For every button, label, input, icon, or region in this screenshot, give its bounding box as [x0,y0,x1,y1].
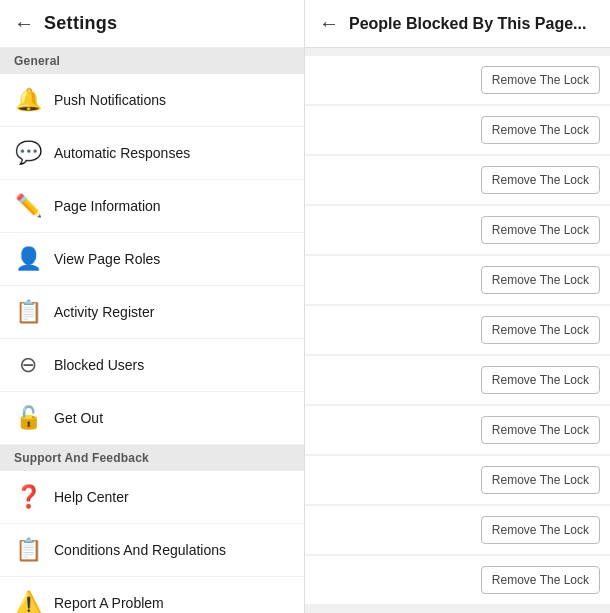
help-center-label: Help Center [54,489,129,505]
remove-button[interactable]: Remove The Lock [481,216,600,244]
menu-item-page-information[interactable]: ✏️Page Information [0,180,304,233]
report-problem-icon: ⚠️ [14,589,42,613]
page-information-label: Page Information [54,198,161,214]
activity-register-icon: 📋 [14,298,42,326]
remove-button[interactable]: Remove The Lock [481,566,600,594]
conditions-regulations-icon: 📋 [14,536,42,564]
page-information-icon: ✏️ [14,192,42,220]
left-panel: ← Settings General🔔Push Notifications💬Au… [0,0,305,613]
view-page-roles-label: View Page Roles [54,251,160,267]
blocked-users-list: Remove The LockRemove The LockRemove The… [305,48,610,613]
blocked-user-row: Remove The Lock [305,156,610,204]
remove-button[interactable]: Remove The Lock [481,166,600,194]
report-problem-label: Report A Problem [54,595,164,611]
automatic-responses-label: Automatic Responses [54,145,190,161]
remove-button[interactable]: Remove The Lock [481,116,600,144]
menu-item-push-notifications[interactable]: 🔔Push Notifications [0,74,304,127]
blocked-user-row: Remove The Lock [305,506,610,554]
menu-item-get-out[interactable]: 🔓Get Out [0,392,304,445]
blocked-users-label: Blocked Users [54,357,144,373]
blocked-user-row: Remove The Lock [305,456,610,504]
remove-button[interactable]: Remove The Lock [481,66,600,94]
remove-button[interactable]: Remove The Lock [481,516,600,544]
back-arrow-right[interactable]: ← [319,12,339,35]
blocked-user-row: Remove The Lock [305,56,610,104]
right-panel-title: People Blocked By This Page... [349,15,586,33]
help-center-icon: ❓ [14,483,42,511]
left-header: ← Settings [0,0,304,48]
push-notifications-label: Push Notifications [54,92,166,108]
push-notifications-icon: 🔔 [14,86,42,114]
blocked-user-row: Remove The Lock [305,206,610,254]
menu-item-view-page-roles[interactable]: 👤View Page Roles [0,233,304,286]
blocked-user-row: Remove The Lock [305,256,610,304]
conditions-regulations-label: Conditions And Regulations [54,542,226,558]
menu-item-activity-register[interactable]: 📋Activity Register [0,286,304,339]
right-header: ← People Blocked By This Page... [305,0,610,48]
right-panel: ← People Blocked By This Page... Remove … [305,0,610,613]
blocked-user-row: Remove The Lock [305,306,610,354]
blocked-user-row: Remove The Lock [305,356,610,404]
settings-title: Settings [44,13,117,34]
blocked-users-icon: ⊖ [14,351,42,379]
remove-button[interactable]: Remove The Lock [481,316,600,344]
section-label-support-and-feedback: Support And Feedback [0,445,304,471]
get-out-icon: 🔓 [14,404,42,432]
view-page-roles-icon: 👤 [14,245,42,273]
section-label-general: General [0,48,304,74]
menu-item-help-center[interactable]: ❓Help Center [0,471,304,524]
menu-item-conditions-regulations[interactable]: 📋Conditions And Regulations [0,524,304,577]
get-out-label: Get Out [54,410,103,426]
automatic-responses-icon: 💬 [14,139,42,167]
blocked-user-row: Remove The Lock [305,556,610,604]
remove-button[interactable]: Remove The Lock [481,366,600,394]
remove-button[interactable]: Remove The Lock [481,416,600,444]
blocked-user-row: Remove The Lock [305,106,610,154]
blocked-user-row: Remove The Lock [305,406,610,454]
back-arrow-left[interactable]: ← [14,12,34,35]
menu-item-report-problem[interactable]: ⚠️Report A Problem [0,577,304,613]
remove-button[interactable]: Remove The Lock [481,466,600,494]
remove-button[interactable]: Remove The Lock [481,266,600,294]
menu-item-automatic-responses[interactable]: 💬Automatic Responses [0,127,304,180]
menu-item-blocked-users[interactable]: ⊖Blocked Users [0,339,304,392]
activity-register-label: Activity Register [54,304,154,320]
left-sections: General🔔Push Notifications💬Automatic Res… [0,48,304,613]
